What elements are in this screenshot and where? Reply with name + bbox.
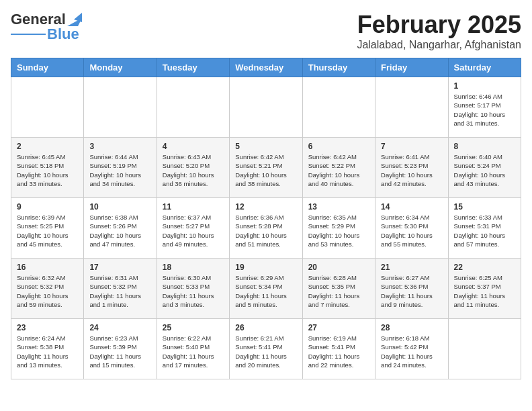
day-info: Sunrise: 6:23 AM Sunset: 5:39 PM Dayligh… bbox=[89, 334, 150, 369]
day-info: Sunrise: 6:22 AM Sunset: 5:40 PM Dayligh… bbox=[163, 334, 224, 369]
day-number: 1 bbox=[454, 81, 515, 91]
calendar-cell: 6Sunrise: 6:42 AM Sunset: 5:22 PM Daylig… bbox=[302, 138, 375, 198]
day-number: 14 bbox=[381, 202, 442, 212]
day-info: Sunrise: 6:42 AM Sunset: 5:22 PM Dayligh… bbox=[308, 152, 369, 188]
calendar-week-row: 23Sunrise: 6:24 AM Sunset: 5:38 PM Dayli… bbox=[11, 319, 521, 379]
calendar-cell: 1Sunrise: 6:46 AM Sunset: 5:17 PM Daylig… bbox=[448, 77, 521, 138]
day-number: 6 bbox=[308, 142, 369, 151]
calendar-day-header: Saturday bbox=[448, 58, 521, 77]
day-info: Sunrise: 6:39 AM Sunset: 5:25 PM Dayligh… bbox=[17, 213, 78, 248]
day-number: 7 bbox=[381, 142, 442, 151]
day-info: Sunrise: 6:18 AM Sunset: 5:42 PM Dayligh… bbox=[381, 334, 442, 369]
calendar-day-header: Monday bbox=[84, 58, 157, 77]
day-number: 22 bbox=[454, 263, 515, 272]
day-number: 27 bbox=[308, 323, 369, 332]
day-info: Sunrise: 6:24 AM Sunset: 5:38 PM Dayligh… bbox=[17, 334, 78, 369]
day-info: Sunrise: 6:38 AM Sunset: 5:26 PM Dayligh… bbox=[89, 213, 150, 248]
page-header: General Blue February 2025 Jalalabad, Na… bbox=[11, 11, 521, 51]
day-number: 28 bbox=[381, 323, 442, 332]
day-number: 25 bbox=[163, 323, 224, 332]
calendar-cell: 13Sunrise: 6:35 AM Sunset: 5:29 PM Dayli… bbox=[302, 198, 375, 259]
day-number: 4 bbox=[163, 142, 224, 151]
day-number: 21 bbox=[381, 263, 442, 272]
day-number: 19 bbox=[235, 263, 296, 272]
day-number: 5 bbox=[235, 142, 296, 151]
title-block: February 2025 Jalalabad, Nangarhar, Afgh… bbox=[357, 11, 521, 51]
day-number: 12 bbox=[235, 202, 296, 212]
calendar-cell bbox=[375, 77, 448, 138]
calendar-cell: 7Sunrise: 6:41 AM Sunset: 5:23 PM Daylig… bbox=[375, 138, 448, 198]
calendar-cell: 16Sunrise: 6:32 AM Sunset: 5:32 PM Dayli… bbox=[11, 259, 84, 319]
calendar-cell: 28Sunrise: 6:18 AM Sunset: 5:42 PM Dayli… bbox=[375, 319, 448, 379]
day-number: 3 bbox=[89, 142, 150, 151]
calendar-header-row: SundayMondayTuesdayWednesdayThursdayFrid… bbox=[11, 58, 521, 77]
day-info: Sunrise: 6:34 AM Sunset: 5:30 PM Dayligh… bbox=[381, 213, 442, 248]
day-number: 18 bbox=[163, 263, 224, 272]
calendar-week-row: 1Sunrise: 6:46 AM Sunset: 5:17 PM Daylig… bbox=[11, 77, 521, 138]
day-number: 10 bbox=[89, 202, 150, 212]
calendar-week-row: 16Sunrise: 6:32 AM Sunset: 5:32 PM Dayli… bbox=[11, 259, 521, 319]
day-info: Sunrise: 6:29 AM Sunset: 5:34 PM Dayligh… bbox=[235, 273, 296, 309]
calendar-cell: 4Sunrise: 6:43 AM Sunset: 5:20 PM Daylig… bbox=[157, 138, 229, 198]
calendar-week-row: 9Sunrise: 6:39 AM Sunset: 5:25 PM Daylig… bbox=[11, 198, 521, 259]
calendar-cell: 11Sunrise: 6:37 AM Sunset: 5:27 PM Dayli… bbox=[157, 198, 229, 259]
calendar-cell bbox=[302, 77, 375, 138]
calendar-day-header: Sunday bbox=[11, 58, 84, 77]
calendar-cell bbox=[11, 77, 84, 138]
logo-bird-icon bbox=[67, 13, 82, 26]
day-info: Sunrise: 6:44 AM Sunset: 5:19 PM Dayligh… bbox=[89, 152, 150, 188]
day-info: Sunrise: 6:36 AM Sunset: 5:28 PM Dayligh… bbox=[235, 213, 296, 248]
day-info: Sunrise: 6:43 AM Sunset: 5:20 PM Dayligh… bbox=[163, 152, 224, 188]
calendar-cell: 12Sunrise: 6:36 AM Sunset: 5:28 PM Dayli… bbox=[230, 198, 302, 259]
calendar-cell: 23Sunrise: 6:24 AM Sunset: 5:38 PM Dayli… bbox=[11, 319, 84, 379]
calendar-cell: 9Sunrise: 6:39 AM Sunset: 5:25 PM Daylig… bbox=[11, 198, 84, 259]
calendar-cell: 20Sunrise: 6:28 AM Sunset: 5:35 PM Dayli… bbox=[302, 259, 375, 319]
day-info: Sunrise: 6:30 AM Sunset: 5:33 PM Dayligh… bbox=[163, 273, 224, 309]
day-info: Sunrise: 6:46 AM Sunset: 5:17 PM Dayligh… bbox=[454, 92, 515, 128]
page-subtitle: Jalalabad, Nangarhar, Afghanistan bbox=[357, 39, 521, 51]
calendar-day-header: Friday bbox=[375, 58, 448, 77]
day-info: Sunrise: 6:31 AM Sunset: 5:32 PM Dayligh… bbox=[89, 273, 150, 309]
day-info: Sunrise: 6:42 AM Sunset: 5:21 PM Dayligh… bbox=[235, 152, 296, 188]
calendar-cell: 24Sunrise: 6:23 AM Sunset: 5:39 PM Dayli… bbox=[84, 319, 157, 379]
day-info: Sunrise: 6:33 AM Sunset: 5:31 PM Dayligh… bbox=[454, 213, 515, 248]
svg-marker-1 bbox=[74, 13, 82, 22]
calendar-cell bbox=[230, 77, 302, 138]
day-info: Sunrise: 6:28 AM Sunset: 5:35 PM Dayligh… bbox=[308, 273, 369, 309]
calendar-cell: 14Sunrise: 6:34 AM Sunset: 5:30 PM Dayli… bbox=[375, 198, 448, 259]
calendar-cell: 22Sunrise: 6:25 AM Sunset: 5:37 PM Dayli… bbox=[448, 259, 521, 319]
calendar-cell: 17Sunrise: 6:31 AM Sunset: 5:32 PM Dayli… bbox=[84, 259, 157, 319]
day-info: Sunrise: 6:32 AM Sunset: 5:32 PM Dayligh… bbox=[17, 273, 78, 309]
calendar-cell: 18Sunrise: 6:30 AM Sunset: 5:33 PM Dayli… bbox=[157, 259, 229, 319]
calendar-cell bbox=[84, 77, 157, 138]
calendar-cell: 26Sunrise: 6:21 AM Sunset: 5:41 PM Dayli… bbox=[230, 319, 302, 379]
day-number: 8 bbox=[454, 142, 515, 151]
calendar-day-header: Thursday bbox=[302, 58, 375, 77]
day-number: 26 bbox=[235, 323, 296, 332]
day-number: 13 bbox=[308, 202, 369, 212]
calendar-week-row: 2Sunrise: 6:45 AM Sunset: 5:18 PM Daylig… bbox=[11, 138, 521, 198]
day-info: Sunrise: 6:41 AM Sunset: 5:23 PM Dayligh… bbox=[381, 152, 442, 188]
day-number: 17 bbox=[89, 263, 150, 272]
calendar-day-header: Wednesday bbox=[230, 58, 302, 77]
day-info: Sunrise: 6:40 AM Sunset: 5:24 PM Dayligh… bbox=[454, 152, 515, 188]
calendar-cell: 5Sunrise: 6:42 AM Sunset: 5:21 PM Daylig… bbox=[230, 138, 302, 198]
day-number: 20 bbox=[308, 263, 369, 272]
day-number: 11 bbox=[163, 202, 224, 212]
calendar-cell: 2Sunrise: 6:45 AM Sunset: 5:18 PM Daylig… bbox=[11, 138, 84, 198]
day-number: 2 bbox=[17, 142, 78, 151]
calendar-cell: 25Sunrise: 6:22 AM Sunset: 5:40 PM Dayli… bbox=[157, 319, 229, 379]
calendar-cell: 8Sunrise: 6:40 AM Sunset: 5:24 PM Daylig… bbox=[448, 138, 521, 198]
page-title: February 2025 bbox=[357, 11, 521, 39]
calendar-cell: 19Sunrise: 6:29 AM Sunset: 5:34 PM Dayli… bbox=[230, 259, 302, 319]
logo: General Blue bbox=[11, 11, 82, 43]
day-info: Sunrise: 6:21 AM Sunset: 5:41 PM Dayligh… bbox=[235, 334, 296, 369]
calendar-cell bbox=[157, 77, 229, 138]
day-info: Sunrise: 6:19 AM Sunset: 5:41 PM Dayligh… bbox=[308, 334, 369, 369]
day-number: 24 bbox=[89, 323, 150, 332]
calendar-cell: 15Sunrise: 6:33 AM Sunset: 5:31 PM Dayli… bbox=[448, 198, 521, 259]
calendar-cell: 3Sunrise: 6:44 AM Sunset: 5:19 PM Daylig… bbox=[84, 138, 157, 198]
calendar-cell: 10Sunrise: 6:38 AM Sunset: 5:26 PM Dayli… bbox=[84, 198, 157, 259]
day-number: 9 bbox=[17, 202, 78, 212]
day-info: Sunrise: 6:25 AM Sunset: 5:37 PM Dayligh… bbox=[454, 273, 515, 309]
